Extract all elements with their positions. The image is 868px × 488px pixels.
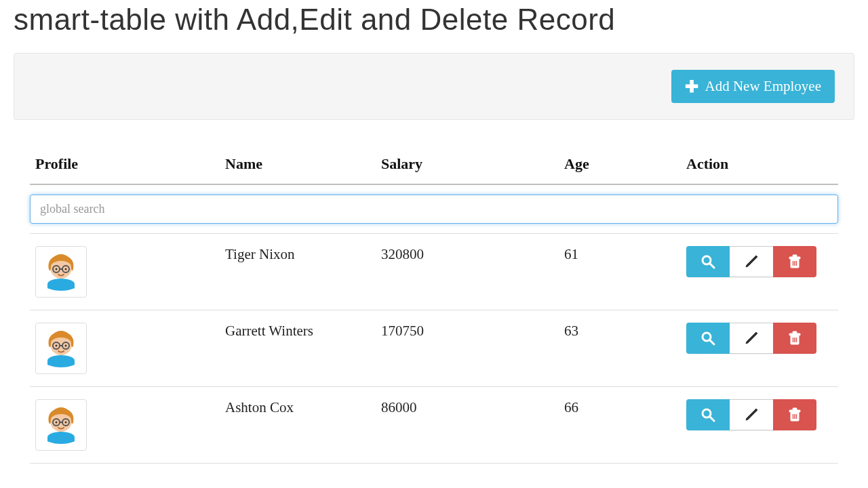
- avatar: [35, 399, 87, 451]
- delete-button[interactable]: [773, 246, 816, 277]
- cell-name: Ashton Cox: [220, 387, 376, 464]
- edit-button[interactable]: [730, 323, 773, 354]
- delete-button[interactable]: [773, 399, 816, 430]
- view-button[interactable]: [686, 399, 730, 430]
- cell-age: 66: [559, 387, 681, 464]
- search-icon: [701, 254, 715, 269]
- action-group: [686, 323, 816, 354]
- col-header-name[interactable]: Name: [220, 148, 376, 184]
- pencil-icon: [744, 331, 759, 346]
- cell-name: Garrett Winters: [220, 310, 376, 387]
- cell-age: 61: [559, 234, 681, 310]
- page-title: smart-table with Add,Edit and Delete Rec…: [14, 0, 854, 37]
- trash-icon: [787, 407, 802, 422]
- add-employee-label: Add New Employee: [705, 78, 821, 95]
- plus-icon: ✚: [685, 79, 698, 95]
- col-header-action: Action: [681, 148, 838, 184]
- avatar-icon: [39, 327, 83, 370]
- add-employee-button[interactable]: ✚ Add New Employee: [671, 70, 835, 103]
- cell-salary: 320800: [376, 234, 559, 310]
- edit-button[interactable]: [730, 399, 773, 430]
- table-row: Tiger Nixon32080061: [30, 234, 838, 310]
- avatar-icon: [39, 403, 83, 447]
- avatar: [35, 323, 87, 374]
- col-header-profile[interactable]: Profile: [30, 148, 220, 184]
- pencil-icon: [744, 407, 759, 422]
- view-button[interactable]: [686, 246, 730, 277]
- cell-salary: 170750: [376, 310, 559, 387]
- col-header-age[interactable]: Age: [559, 148, 681, 184]
- col-header-salary[interactable]: Salary: [376, 148, 559, 184]
- action-group: [686, 246, 816, 277]
- delete-button[interactable]: [773, 323, 816, 354]
- cell-name: Tiger Nixon: [220, 234, 376, 310]
- search-input[interactable]: [30, 195, 838, 224]
- table-row: Ashton Cox8600066: [30, 387, 838, 464]
- view-button[interactable]: [686, 323, 730, 354]
- search-icon: [701, 407, 715, 422]
- employee-table: Profile Name Salary Age Action Tiger Nix…: [30, 148, 838, 464]
- trash-icon: [787, 331, 802, 346]
- avatar-icon: [39, 250, 83, 293]
- edit-button[interactable]: [730, 246, 773, 277]
- search-icon: [701, 331, 715, 346]
- avatar: [35, 246, 87, 298]
- toolbar-panel: ✚ Add New Employee: [14, 53, 854, 120]
- cell-salary: 86000: [376, 387, 559, 464]
- pencil-icon: [744, 254, 759, 269]
- action-group: [686, 399, 816, 430]
- table-row: Garrett Winters17075063: [30, 310, 838, 387]
- trash-icon: [787, 254, 802, 269]
- cell-age: 63: [559, 310, 681, 387]
